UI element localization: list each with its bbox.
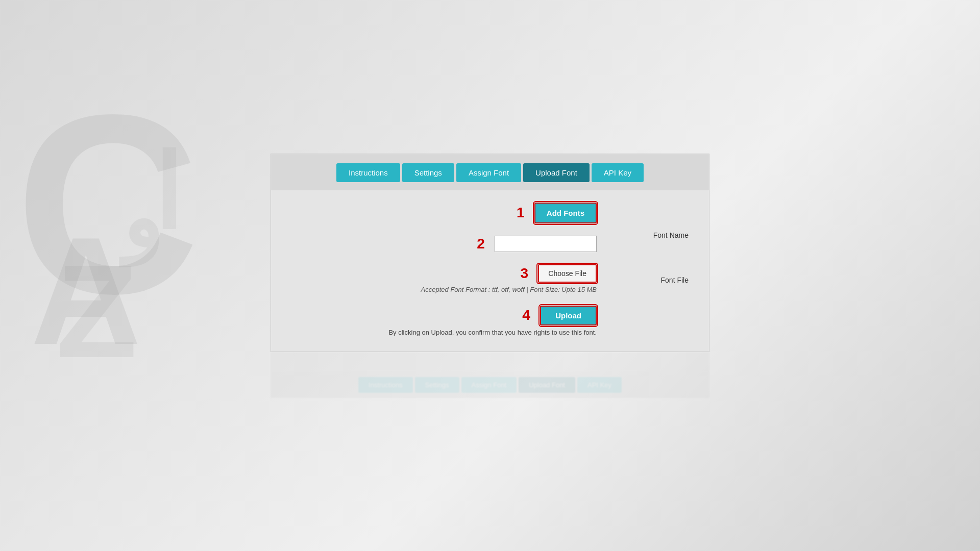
font-name-input[interactable] [495, 236, 597, 252]
font-name-label: Font Name [622, 231, 689, 239]
form-column: 1 Add Fonts 2 3 Choose File Accepted Fon… [291, 203, 607, 336]
tab-upload-font[interactable]: Upload Font [523, 163, 590, 182]
step3-group: 3 Choose File Accepted Font Format : ttf… [291, 264, 597, 293]
choose-file-button[interactable]: Choose File [538, 264, 597, 283]
reflection: Instructions Settings Assign Font Upload… [271, 352, 709, 398]
bg-letter-arabic2: و [122, 179, 162, 260]
content-area: 1 Add Fonts 2 3 Choose File Accepted Fon… [271, 190, 709, 352]
step4-row: 4 Upload [291, 306, 597, 325]
confirm-text: By clicking on Upload, you confirm that … [388, 329, 597, 336]
add-fonts-button[interactable]: Add Fonts [534, 203, 597, 223]
step3-row: 3 Choose File [291, 264, 597, 283]
bg-letter-z: Z [56, 245, 137, 378]
tab-api-key[interactable]: API Key [592, 163, 644, 182]
bg-letter-arabic1: ا [153, 143, 182, 245]
step4-number: 4 [519, 307, 534, 323]
main-panel: Instructions Settings Assign Font Upload… [271, 154, 709, 398]
tab-settings[interactable]: Settings [402, 163, 454, 182]
step3-number: 3 [517, 265, 532, 282]
tab-instructions[interactable]: Instructions [336, 163, 400, 182]
bg-letter-c: C [15, 77, 200, 332]
step1-number: 1 [513, 205, 528, 221]
bg-letter-a: A [31, 214, 141, 367]
step1-row: 1 Add Fonts [291, 203, 597, 223]
step2-number: 2 [473, 236, 488, 252]
upload-button[interactable]: Upload [540, 306, 597, 325]
main-card: Instructions Settings Assign Font Upload… [271, 154, 709, 352]
labels-column: Font Name Font File [622, 203, 689, 336]
font-file-label: Font File [622, 276, 689, 284]
step4-group: 4 Upload By clicking on Upload, you conf… [291, 306, 597, 336]
reflection-inner: Instructions Settings Assign Font Upload… [271, 371, 709, 398]
accepted-formats-text: Accepted Font Format : ttf, otf, woff | … [421, 286, 597, 293]
step2-row: 2 [291, 236, 597, 252]
tab-assign-font[interactable]: Assign Font [456, 163, 521, 182]
tab-navigation: Instructions Settings Assign Font Upload… [271, 154, 709, 190]
